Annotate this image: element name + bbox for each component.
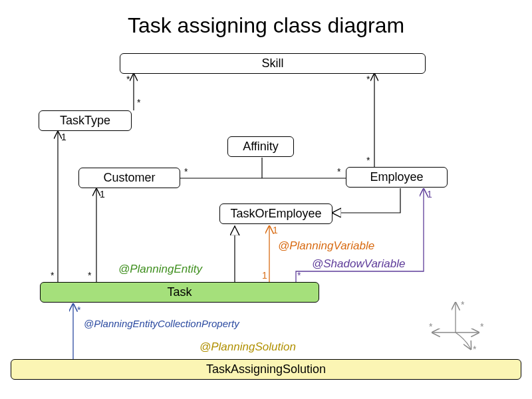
- ann-planning-variable: @PlanningVariable: [278, 239, 374, 253]
- mult-shadow-top: 1: [427, 189, 432, 200]
- class-customer: Customer: [78, 168, 180, 188]
- class-skill: Skill: [120, 53, 426, 74]
- mult-tasktype-skill-bot: *: [137, 97, 140, 108]
- mult-dec-left: *: [429, 321, 432, 332]
- mult-planningvar-bot: 1: [262, 270, 267, 281]
- mult-employee-affinity: *: [337, 166, 340, 177]
- class-affinity: Affinity: [227, 136, 294, 157]
- diagram-title: Task assigning class diagram: [0, 13, 532, 38]
- mult-customer-affinity: *: [184, 166, 188, 177]
- mult-dec-down: *: [473, 344, 476, 354]
- mult-tasktype-skill-top: *: [126, 74, 130, 84]
- mult-task-customer-top: 1: [100, 189, 105, 200]
- mult-dec-right: *: [480, 321, 483, 332]
- ann-shadow-variable: @ShadowVariable: [312, 257, 405, 271]
- mult-task-tasktype-top: 1: [61, 132, 66, 142]
- mult-planningvar-top: 1: [273, 225, 278, 235]
- mult-employee-skill-bot: *: [366, 155, 370, 166]
- mult-employee-skill-top: *: [366, 74, 370, 84]
- class-taskoremployee: TaskOrEmployee: [219, 203, 332, 224]
- class-tasktype: TaskType: [39, 110, 132, 131]
- ann-planning-solution: @PlanningSolution: [200, 340, 296, 354]
- ann-collection-property: @PlanningEntityCollectionProperty: [84, 318, 239, 329]
- mult-task-tasktype-bot: *: [51, 270, 54, 281]
- class-employee: Employee: [346, 167, 448, 188]
- mult-collection: *: [77, 305, 80, 315]
- ann-planning-entity: @PlanningEntity: [118, 263, 202, 276]
- mult-shadow-bot: *: [297, 270, 301, 281]
- mult-task-customer-bot: *: [88, 270, 91, 281]
- mult-dec-up: *: [461, 299, 464, 310]
- class-solution: TaskAssigningSolution: [11, 359, 521, 380]
- class-task: Task: [40, 282, 319, 303]
